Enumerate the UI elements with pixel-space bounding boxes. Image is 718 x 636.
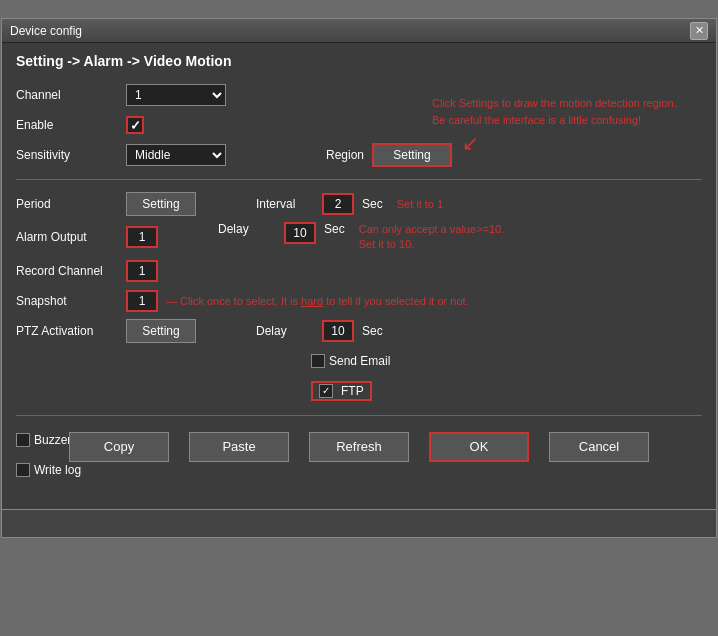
refresh-button[interactable]: Refresh xyxy=(309,432,409,462)
delay-top-unit: Sec xyxy=(324,222,345,236)
send-email-label: Send Email xyxy=(329,354,390,368)
record-channel-label: Record Channel xyxy=(16,264,126,278)
channel-select[interactable]: 1 xyxy=(126,84,226,106)
sensitivity-label: Sensitivity xyxy=(16,148,126,162)
interval-hint: Set it to 1 xyxy=(397,198,443,210)
interval-label: Interval xyxy=(256,197,316,211)
form-section: Channel 1 Enable Sensitivity Middle xyxy=(16,83,702,482)
snapshot-label: Snapshot xyxy=(16,294,126,308)
region-area: Region Setting xyxy=(326,143,452,167)
snapshot-note: — Click once to select. It is hard to te… xyxy=(166,295,469,307)
ftp-checkbox[interactable] xyxy=(319,384,333,398)
delay-top-label: Delay xyxy=(218,222,278,236)
hint-box: Click Settings to draw the motion detect… xyxy=(432,95,702,128)
divider1 xyxy=(16,179,702,180)
region-label: Region xyxy=(326,148,364,162)
enable-checkbox[interactable] xyxy=(126,116,144,134)
enable-label: Enable xyxy=(16,118,126,132)
title-bar: Device config ✕ xyxy=(2,19,716,43)
send-email-checkbox[interactable] xyxy=(311,354,325,368)
channel-control: 1 xyxy=(126,84,226,106)
delay-bottom-unit: Sec xyxy=(362,324,383,338)
interval-unit: Sec xyxy=(362,197,383,211)
arrow-icon: ↙ xyxy=(462,128,479,158)
delay-top-note: Can only accept a value>=10. Set it to 1… xyxy=(359,222,509,253)
channel-label: Channel xyxy=(16,88,126,102)
record-channel-value[interactable]: 1 xyxy=(126,260,158,282)
hint-line1: Click Settings to draw the motion detect… xyxy=(432,95,702,112)
ptz-label: PTZ Activation xyxy=(16,324,126,338)
delay-bottom-label: Delay xyxy=(256,324,316,338)
sensitivity-control: Middle Low High xyxy=(126,144,226,166)
alarm-output-value[interactable]: 1 xyxy=(126,226,158,248)
delay-bottom-area: Delay 10 Sec xyxy=(256,320,383,342)
delay-bottom-value[interactable]: 10 xyxy=(322,320,354,342)
sensitivity-row: Sensitivity Middle Low High Region Setti… xyxy=(16,143,702,167)
send-email-row: Send Email xyxy=(311,349,702,373)
bottom-buttons: Copy Paste Refresh OK Cancel xyxy=(2,432,716,462)
interval-value[interactable]: 2 xyxy=(322,193,354,215)
period-setting-button[interactable]: Setting xyxy=(126,192,196,216)
ftp-row: FTP xyxy=(311,379,702,403)
paste-button[interactable]: Paste xyxy=(189,432,289,462)
ftp-label: FTP xyxy=(341,384,364,398)
ftp-control[interactable]: FTP xyxy=(311,381,372,401)
record-channel-row: Record Channel 1 xyxy=(16,259,702,283)
copy-button[interactable]: Copy xyxy=(69,432,169,462)
delay-top-area: Delay 10 Sec Can only accept a value>=10… xyxy=(218,222,509,253)
delay-top-value[interactable]: 10 xyxy=(284,222,316,244)
cancel-button[interactable]: Cancel xyxy=(549,432,649,462)
sensitivity-select[interactable]: Middle Low High xyxy=(126,144,226,166)
region-setting-button[interactable]: Setting xyxy=(372,143,452,167)
alarm-output-row: Alarm Output 1 Delay 10 Sec Can only acc… xyxy=(16,222,702,253)
period-row: Period Setting Interval 2 Sec Set it to … xyxy=(16,192,702,216)
device-config-window: Device config ✕ Setting -> Alarm -> Vide… xyxy=(1,18,717,538)
status-bar xyxy=(2,509,716,537)
write-log-label: Write log xyxy=(34,463,81,477)
snapshot-value[interactable]: 1 xyxy=(126,290,158,312)
alarm-output-label: Alarm Output xyxy=(16,230,126,244)
write-log-checkbox[interactable] xyxy=(16,463,30,477)
hint-line2: Be careful the interface is a little con… xyxy=(432,112,702,129)
interval-area: Interval 2 Sec Set it to 1 xyxy=(256,193,443,215)
period-label: Period xyxy=(16,197,126,211)
ptz-row: PTZ Activation Setting Delay 10 Sec xyxy=(16,319,702,343)
ptz-setting-button[interactable]: Setting xyxy=(126,319,196,343)
window-title: Device config xyxy=(10,24,82,38)
ok-button[interactable]: OK xyxy=(429,432,529,462)
breadcrumb: Setting -> Alarm -> Video Motion xyxy=(16,53,702,69)
divider2 xyxy=(16,415,702,416)
snapshot-row: Snapshot 1 — Click once to select. It is… xyxy=(16,289,702,313)
close-button[interactable]: ✕ xyxy=(690,22,708,40)
